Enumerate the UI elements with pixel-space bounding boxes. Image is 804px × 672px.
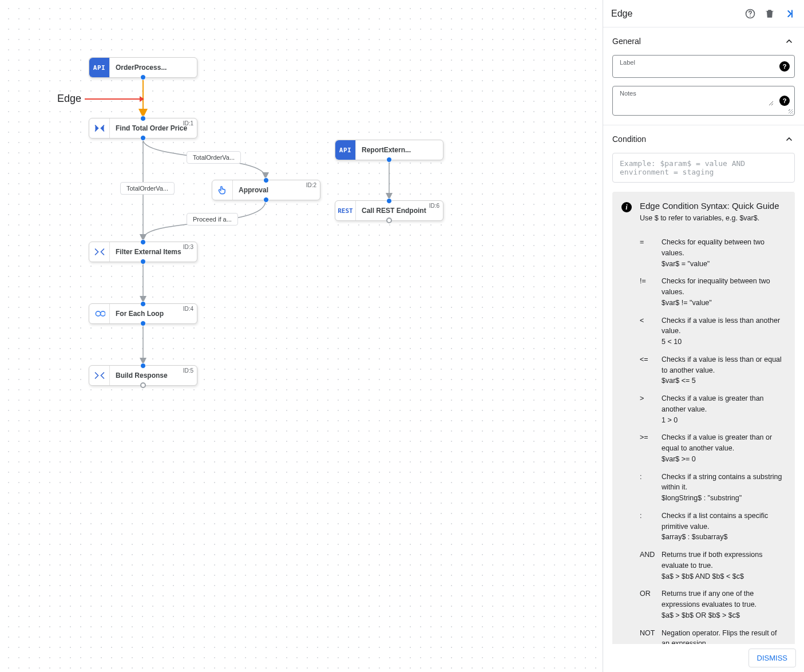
guide-title: Edge Condition Syntax: Quick Guide [640, 201, 779, 211]
guide-desc: Checks if a list contains a specific pri… [662, 507, 786, 546]
node-id: ID:4 [183, 306, 193, 312]
guide-row: <Checks if a value is less than another … [640, 312, 786, 351]
api-icon: API [89, 58, 110, 77]
node-label: OrderProcess... [110, 64, 175, 72]
collapse-panel-icon[interactable] [782, 7, 796, 21]
node-find-total-order-price[interactable]: ID:1 Find Total Order Price [89, 118, 197, 139]
guide-desc: Returns true if both expressions evaluat… [662, 546, 786, 585]
resize-handle[interactable] [789, 109, 793, 114]
guide-operator: : [640, 468, 662, 507]
help-icon[interactable]: ? [779, 61, 790, 72]
guide-desc: Negation operator. Flips the result of a… [662, 624, 786, 645]
guide-example: $a$ > $b$ OR $b$ > $c$ [662, 611, 740, 619]
guide-example: $longString$ : "substring" [662, 494, 742, 502]
guide-desc: Checks for inequality between two values… [662, 272, 786, 311]
section-general-header[interactable]: General [603, 27, 804, 55]
info-icon: i [621, 202, 632, 212]
node-label: For Each Loop [110, 310, 172, 318]
edge-callout: Edge [57, 93, 144, 105]
canvas[interactable]: Edge [0, 0, 603, 672]
node-label: ReportExtern... [356, 146, 419, 154]
api-icon: API [335, 140, 356, 160]
guide-row: ORReturns true if any one of the express… [640, 585, 786, 624]
node-for-each-loop[interactable]: ID:4 For Each Loop [89, 303, 197, 324]
guide-row: >Checks if a value is greater than anoth… [640, 390, 786, 429]
node-label: Filter External Items [110, 248, 189, 256]
node-label: Approval [233, 186, 276, 194]
section-condition-header[interactable]: Condition [603, 125, 804, 153]
node-id: ID:3 [183, 244, 193, 250]
guide-operator: <= [640, 351, 662, 390]
guide-example: $array$ : $subarray$ [662, 533, 727, 541]
guide-row: :Checks if a string contains a substring… [640, 468, 786, 507]
guide-example: 5 < 10 [662, 338, 682, 346]
node-approval[interactable]: ID:2 Approval [212, 180, 320, 200]
label-input[interactable] [620, 64, 774, 72]
help-icon[interactable]: ? [779, 96, 790, 106]
edge-label[interactable]: Proceed if a... [187, 213, 238, 226]
edge-label[interactable]: TotalOrderVa... [120, 182, 175, 195]
field-label: Notes [620, 90, 636, 97]
guide-desc: Checks if a value is less than another v… [662, 312, 786, 351]
guide-desc: Returns true if any one of the expressio… [662, 585, 786, 624]
delete-icon[interactable] [763, 7, 777, 21]
guide-operator: = [640, 234, 662, 272]
condition-placeholder: Example: $param$ = value AND environment… [620, 159, 745, 176]
data-mapping-icon [89, 118, 110, 138]
help-icon[interactable] [743, 7, 757, 21]
guide-example: 1 > 0 [662, 416, 678, 424]
guide-operator: < [640, 312, 662, 351]
syntax-guide: i Edge Condition Syntax: Quick Guide Use… [612, 192, 795, 644]
guide-desc: Checks if a value is greater than or equ… [662, 429, 786, 468]
notes-field[interactable]: Notes ? [612, 86, 795, 116]
panel-header: Edge [603, 0, 804, 27]
guide-row: :Checks if a list contains a specific pr… [640, 507, 786, 546]
data-mapping-icon [89, 242, 110, 262]
guide-row: >=Checks if a value is greater than or e… [640, 429, 786, 468]
guide-desc: Checks if a value is less than or equal … [662, 351, 786, 390]
data-mapping-icon [89, 366, 110, 385]
guide-example: $a$ > $b$ AND $b$ < $c$ [662, 572, 744, 580]
guide-example: $var$ >= 0 [662, 455, 696, 463]
node-id: ID:5 [183, 367, 193, 374]
guide-operator: NOT [640, 624, 662, 645]
node-order-process[interactable]: API OrderProcess... [89, 57, 197, 78]
section-title: General [612, 37, 641, 46]
section-condition: Condition Example: $param$ = value AND e… [603, 125, 804, 644]
node-report-extern[interactable]: API ReportExtern... [335, 140, 443, 160]
guide-example: $var$ <= 5 [662, 377, 696, 385]
node-build-response[interactable]: ID:5 Build Response [89, 365, 197, 386]
guide-desc: Checks if a string contains a substring … [662, 468, 786, 507]
chevron-up-icon [783, 133, 795, 145]
section-general: General Label ? Notes ? [603, 27, 804, 125]
guide-row: <=Checks if a value is less than or equa… [640, 351, 786, 390]
section-title: Condition [612, 135, 646, 144]
guide-row: ANDReturns true if both expressions eval… [640, 546, 786, 585]
guide-row: NOTNegation operator. Flips the result o… [640, 624, 786, 645]
edge-label[interactable]: TotalOrderVa... [187, 151, 241, 164]
panel-title: Edge [611, 9, 738, 19]
node-label: Build Response [110, 371, 176, 380]
node-label: Call REST Endpoint [356, 207, 434, 215]
loop-icon [89, 304, 110, 323]
guide-operator: >= [640, 429, 662, 468]
node-id: ID:2 [306, 182, 316, 188]
condition-input[interactable]: Example: $param$ = value AND environment… [612, 153, 795, 183]
guide-table: =Checks for equality between two values.… [640, 234, 786, 644]
guide-operator: != [640, 272, 662, 311]
callout-text: Edge [57, 93, 81, 105]
edge-properties-panel: Edge General [603, 0, 804, 672]
node-call-rest-endpoint[interactable]: ID:6 REST Call REST Endpoint [335, 200, 443, 221]
dismiss-button[interactable]: DISMISS [748, 649, 796, 667]
guide-operator: AND [640, 546, 662, 585]
node-id: ID:1 [183, 120, 193, 127]
label-field[interactable]: Label ? [612, 55, 795, 78]
guide-operator: OR [640, 585, 662, 624]
notes-input[interactable] [620, 94, 774, 106]
guide-example: $var$ != "value" [662, 299, 712, 307]
node-id: ID:6 [429, 203, 439, 209]
guide-row: !=Checks for inequality between two valu… [640, 272, 786, 311]
guide-subtitle: Use $ to refer to variables, e.g. $var$. [640, 214, 779, 222]
guide-example: $var$ = "value" [662, 260, 710, 268]
node-filter-external-items[interactable]: ID:3 Filter External Items [89, 242, 197, 262]
